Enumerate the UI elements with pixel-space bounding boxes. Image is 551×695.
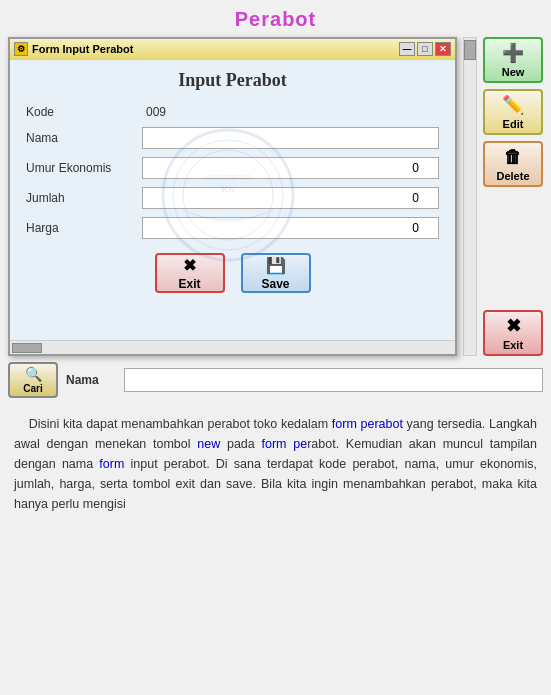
label-umur: Umur Ekonomis bbox=[26, 161, 136, 175]
maximize-button[interactable]: □ bbox=[417, 42, 433, 56]
titlebar-controls: — □ ✕ bbox=[399, 42, 451, 56]
label-jumlah: Jumlah bbox=[26, 191, 136, 205]
desc-continued: t dan save. Bila kita ingin menambahkan … bbox=[14, 477, 537, 511]
form-titlebar-title: Form Input Perabot bbox=[32, 43, 133, 55]
sidebar-exit-label: Exit bbox=[503, 339, 523, 351]
highlight-form3: form bbox=[99, 457, 124, 471]
delete-button[interactable]: 🗑 Delete bbox=[483, 141, 543, 187]
input-harga[interactable] bbox=[142, 217, 439, 239]
horizontal-scrollbar[interactable] bbox=[10, 340, 455, 354]
exit-btn-label: Exit bbox=[178, 277, 200, 291]
search-btn-icon: 🔍 bbox=[25, 366, 42, 382]
field-row-umur: Umur Ekonomis bbox=[26, 157, 439, 179]
highlight-form: form perabot bbox=[332, 417, 403, 431]
delete-icon: 🗑 bbox=[504, 147, 522, 168]
edit-icon: ✏️ bbox=[502, 94, 524, 116]
vertical-scrollbar[interactable] bbox=[463, 37, 477, 356]
edit-button[interactable]: ✏️ Edit bbox=[483, 89, 543, 135]
search-btn-label: Cari bbox=[23, 383, 42, 394]
input-umur[interactable] bbox=[142, 157, 439, 179]
form-window: ⚙ Form Input Perabot — □ ✕ UNIVERSITAS K… bbox=[8, 37, 457, 356]
main-area: ⚙ Form Input Perabot — □ ✕ UNIVERSITAS K… bbox=[0, 37, 551, 356]
new-btn-label: New bbox=[502, 66, 525, 78]
sidebar-buttons: ➕ New ✏️ Edit 🗑 Delete ✖ Exit bbox=[483, 37, 543, 356]
value-kode: 009 bbox=[146, 105, 166, 119]
v-scroll-thumb[interactable] bbox=[464, 40, 476, 60]
search-bar: 🔍 Cari Nama bbox=[0, 356, 551, 404]
page-title: Perabot bbox=[0, 0, 551, 37]
input-nama[interactable] bbox=[142, 127, 439, 149]
description-text: Disini kita dapat menambahkan perabot to… bbox=[0, 404, 551, 524]
highlight-form2: form pe bbox=[262, 437, 308, 451]
form-buttons: ✖ Exit 💾 Save bbox=[26, 253, 439, 293]
form-titlebar-left: ⚙ Form Input Perabot bbox=[14, 42, 133, 56]
sidebar-exit-button[interactable]: ✖ Exit bbox=[483, 310, 543, 356]
sidebar-exit-icon: ✖ bbox=[506, 315, 521, 337]
save-icon: 💾 bbox=[266, 256, 286, 275]
field-row-nama: Nama bbox=[26, 127, 439, 149]
exit-icon: ✖ bbox=[183, 256, 196, 275]
minimize-button[interactable]: — bbox=[399, 42, 415, 56]
form-titlebar: ⚙ Form Input Perabot — □ ✕ bbox=[10, 39, 455, 60]
search-button[interactable]: 🔍 Cari bbox=[8, 362, 58, 398]
form-heading: Input Perabot bbox=[26, 70, 439, 91]
search-field-label: Nama bbox=[66, 373, 116, 387]
save-btn-label: Save bbox=[261, 277, 289, 291]
edit-btn-label: Edit bbox=[503, 118, 524, 130]
delete-btn-label: Delete bbox=[496, 170, 529, 182]
label-kode: Kode bbox=[26, 105, 136, 119]
form-save-button[interactable]: 💾 Save bbox=[241, 253, 311, 293]
label-nama: Nama bbox=[26, 131, 136, 145]
h-scroll-thumb[interactable] bbox=[12, 343, 42, 353]
field-row-harga: Harga bbox=[26, 217, 439, 239]
form-titlebar-icon: ⚙ bbox=[14, 42, 28, 56]
field-row-jumlah: Jumlah bbox=[26, 187, 439, 209]
form-body: UNIVERSITAS KA LAMPUNG Input Perabot Kod… bbox=[10, 60, 455, 340]
label-harga: Harga bbox=[26, 221, 136, 235]
new-icon: ➕ bbox=[502, 42, 524, 64]
highlight-new: new bbox=[197, 437, 220, 451]
new-button[interactable]: ➕ New bbox=[483, 37, 543, 83]
form-exit-button[interactable]: ✖ Exit bbox=[155, 253, 225, 293]
field-row-kode: Kode 009 bbox=[26, 105, 439, 119]
close-button[interactable]: ✕ bbox=[435, 42, 451, 56]
search-input[interactable] bbox=[124, 368, 543, 392]
input-jumlah[interactable] bbox=[142, 187, 439, 209]
